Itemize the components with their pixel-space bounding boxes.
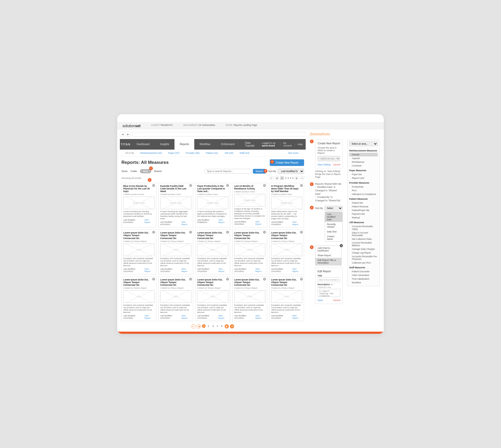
gear-icon[interactable]: ✿: [263, 278, 266, 280]
gear-icon[interactable]: ✿: [226, 278, 229, 280]
sort-opt-creator[interactable]: Creator Name: [325, 234, 342, 241]
view-report-link[interactable]: View Report: [144, 314, 154, 319]
view-report-link[interactable]: View Report: [255, 314, 265, 319]
view-report-link[interactable]: View Report: [255, 268, 265, 273]
subnav-payer[interactable]: Payer (37): [168, 152, 179, 154]
filter-mine[interactable]: Mine 2: [140, 169, 152, 173]
gear-icon[interactable]: ✿: [263, 184, 266, 187]
sort-opt-recent[interactable]: Recently Viewed: [325, 222, 342, 229]
pager-bottom-prev-icon[interactable]: ◀: [197, 324, 201, 328]
subnav-ar[interactable]: A/R (40): [224, 152, 233, 154]
gear-icon[interactable]: ✿: [226, 184, 229, 187]
view-report-link[interactable]: View Report: [181, 221, 191, 226]
measures-option[interactable]: Appeals: [349, 156, 378, 160]
measures-option[interactable]: Utilization & Compliance: [349, 192, 378, 196]
measures-option[interactable]: Accounts Receivable Per Physician: [349, 255, 378, 261]
view-report-link[interactable]: View Report: [181, 268, 191, 273]
measures-option[interactable]: Post-Adjudication: [349, 277, 378, 281]
filter-shared[interactable]: Shared: [154, 170, 162, 173]
filter-public[interactable]: Public: [131, 170, 137, 173]
ctx-share[interactable]: Share Report: [315, 253, 341, 258]
measures-option[interactable]: Workflow: [349, 281, 378, 284]
measures-option[interactable]: Patient Revenue: [349, 205, 378, 208]
measures-option[interactable]: Collection per RVU: [349, 261, 378, 265]
view-report-link[interactable]: View Report: [144, 268, 154, 273]
gear-icon[interactable]: ✿: [189, 184, 192, 187]
start-editing-link[interactable]: Start Editing: [318, 163, 330, 166]
pager-next-icon[interactable]: ▶: [295, 176, 299, 180]
url-bar[interactable]: [133, 132, 306, 137]
measures-option[interactable]: Patient Mix: [349, 201, 378, 205]
edit-save-link[interactable]: Save: [318, 299, 323, 302]
measures-option[interactable]: Account Receivable Balance: [349, 241, 378, 247]
edit-desc-input[interactable]: [318, 289, 340, 297]
measures-option[interactable]: Patient/Payer Mix: [349, 208, 378, 212]
context-menu-close-icon[interactable]: ✕: [340, 244, 343, 247]
create-report-area-select[interactable]: Select an area...: [318, 156, 340, 161]
link-help[interactable]: Help: [298, 143, 303, 146]
subnav-staff[interactable]: Staff (10): [240, 152, 249, 154]
pager-2[interactable]: 2: [285, 177, 286, 179]
measures-option[interactable]: Report Card: [349, 176, 378, 180]
pager-first-icon[interactable]: ⇤: [270, 176, 274, 180]
gear-icon[interactable]: ✿: [263, 231, 266, 233]
gear-icon[interactable]: ✿: [152, 184, 155, 187]
pager-bottom-3[interactable]: 3: [211, 324, 215, 328]
pager-bottom-last-icon[interactable]: ⇥: [230, 324, 234, 328]
pager-4[interactable]: 4: [290, 177, 291, 179]
measures-option[interactable]: Referral: [349, 216, 378, 220]
measures-option[interactable]: Charge Lag Report: [349, 251, 378, 255]
nav-workflow[interactable]: Workflow: [194, 139, 216, 150]
sort-opt-modified[interactable]: Last Modified Date: [325, 212, 342, 222]
gear-icon[interactable]: ✿: [189, 231, 192, 233]
view-report-link[interactable]: View Report: [218, 219, 228, 223]
pager-3[interactable]: 3: [287, 177, 289, 179]
back-arrow-icon[interactable]: ◀: [120, 132, 125, 137]
nav-ondemand[interactable]: OnDemand: [216, 139, 240, 150]
edit-title-input[interactable]: [318, 278, 340, 282]
gear-icon[interactable]: ✿: [152, 231, 155, 233]
edit-cancel-link[interactable]: Cancel: [333, 299, 340, 302]
view-report-link[interactable]: View Report: [292, 314, 302, 319]
view-report-link[interactable]: View Report: [144, 219, 154, 223]
ctx-edit-title[interactable]: Edit Report Title or Description: [315, 258, 341, 265]
create-report-button[interactable]: Create New Report: [270, 159, 304, 166]
view-report-link[interactable]: View Report: [218, 268, 228, 273]
view-report-link[interactable]: View Report: [181, 314, 191, 319]
nav-datatransfer[interactable]: Data Transfer: [240, 139, 262, 150]
gear-icon[interactable]: ✿: [300, 184, 303, 187]
measures-option[interactable]: Contracts: [349, 164, 378, 168]
pager-5[interactable]: 5: [292, 177, 294, 179]
gear-icon[interactable]: ✿: [189, 278, 192, 280]
forward-arrow-icon[interactable]: ▶: [125, 132, 131, 137]
nav-insights[interactable]: Insights: [155, 139, 174, 150]
pager-bottom-4[interactable]: 4: [216, 324, 219, 328]
sort-by-ann-select[interactable]: Select: [325, 206, 343, 211]
link-my-account[interactable]: My Account: [283, 142, 292, 147]
pager-prev-icon[interactable]: ◀: [275, 176, 279, 180]
gear-icon[interactable]: ✿: [152, 278, 155, 280]
subnav-all[interactable]: All (178): [125, 152, 134, 154]
sort-by-select[interactable]: Last Modified Date: [278, 169, 304, 174]
subnav-more[interactable]: See more...: [288, 152, 301, 154]
pager-last-icon[interactable]: ⇥: [300, 176, 304, 180]
create-cancel-link[interactable]: Cancel: [333, 163, 340, 166]
measures-option[interactable]: Productivity: [349, 185, 378, 189]
subnav-patient[interactable]: Patient (21): [206, 152, 218, 154]
nav-dashboard[interactable]: Dashboard: [131, 139, 155, 150]
measures-option[interactable]: Payer Mix: [349, 173, 378, 176]
subnav-provider[interactable]: Provider (28): [186, 152, 200, 154]
measures-option[interactable]: RVU: [349, 189, 378, 192]
view-report-link[interactable]: View Report: [255, 221, 265, 225]
measures-option[interactable]: Days in Account Receivable: [349, 231, 378, 237]
gear-icon[interactable]: ✿: [226, 231, 229, 233]
subnav-reimbursement[interactable]: Reimbursement (42): [140, 152, 162, 154]
measures-option[interactable]: Claim Generation: [349, 273, 378, 277]
pager-bottom-2[interactable]: 2: [207, 324, 210, 328]
pager-bottom-next-icon[interactable]: ▶: [225, 324, 229, 328]
gear-icon[interactable]: ✿: [300, 231, 303, 233]
sort-opt-size[interactable]: Data Size: [325, 229, 342, 234]
view-report-link[interactable]: View Report: [292, 221, 302, 226]
ctx-add-chart[interactable]: Add Chart to Dashboard: [315, 246, 341, 253]
measures-option[interactable]: Denials: [349, 153, 378, 156]
